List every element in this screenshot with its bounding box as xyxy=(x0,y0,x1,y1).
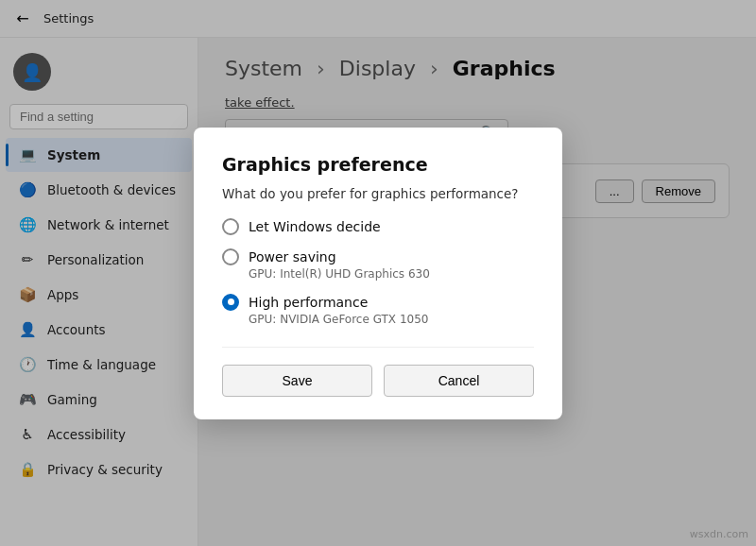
radio-label-power-saving: Power saving xyxy=(249,249,336,264)
radio-option-let-windows[interactable]: Let Windows decide xyxy=(222,218,534,235)
app-body: 👤 💻 System 🔵 Bluetooth & devices 🌐 Netwo… xyxy=(0,38,756,546)
radio-row-power-saving[interactable]: Power saving xyxy=(222,248,534,265)
radio-option-power-saving[interactable]: Power saving GPU: Intel(R) UHD Graphics … xyxy=(222,248,534,281)
radio-label-let-windows: Let Windows decide xyxy=(249,219,381,234)
radio-row-let-windows[interactable]: Let Windows decide xyxy=(222,218,534,235)
graphics-preference-modal: Graphics preference What do you prefer f… xyxy=(194,128,562,419)
radio-sub-high-performance: GPU: NVIDIA GeForce GTX 1050 xyxy=(249,313,534,326)
radio-option-high-performance[interactable]: High performance GPU: NVIDIA GeForce GTX… xyxy=(222,294,534,326)
modal-title: Graphics preference xyxy=(222,154,534,175)
radio-row-high-performance[interactable]: High performance xyxy=(222,294,534,311)
modal-footer: Save Cancel xyxy=(222,347,534,397)
modal-question: What do you prefer for graphics performa… xyxy=(222,186,534,201)
modal-overlay[interactable]: Graphics preference What do you prefer f… xyxy=(0,0,756,546)
modal-options: Let Windows decide Power saving GPU: Int… xyxy=(222,218,534,326)
radio-high-performance[interactable] xyxy=(222,294,239,311)
radio-label-high-performance: High performance xyxy=(249,295,368,310)
radio-let-windows[interactable] xyxy=(222,218,239,235)
radio-power-saving[interactable] xyxy=(222,248,239,265)
cancel-button[interactable]: Cancel xyxy=(384,365,534,397)
radio-sub-power-saving: GPU: Intel(R) UHD Graphics 630 xyxy=(249,267,534,281)
save-button[interactable]: Save xyxy=(222,365,372,397)
